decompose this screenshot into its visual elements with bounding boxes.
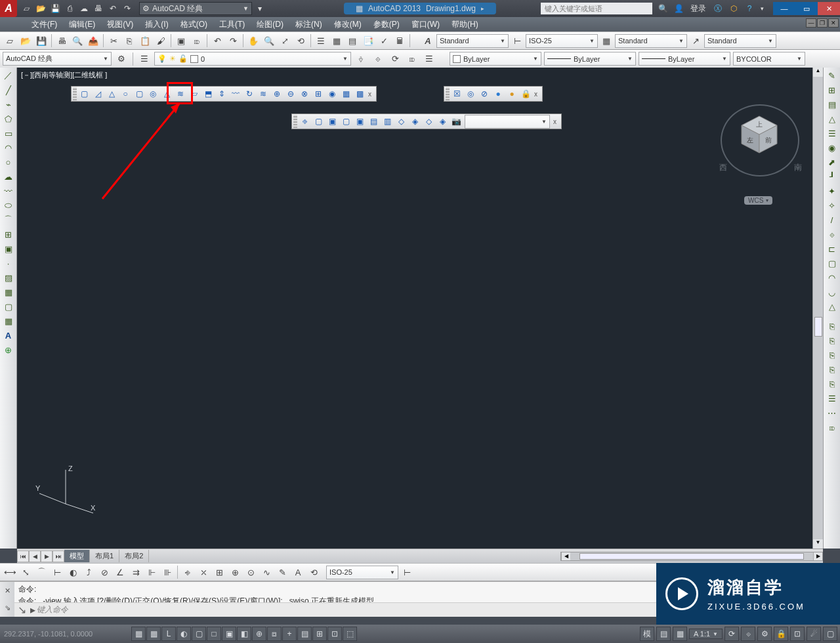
- print-icon[interactable]: 🖶: [54, 33, 69, 48]
- sc-toggle[interactable]: ⊞: [312, 627, 327, 641]
- coords-readout[interactable]: 292.2317, -10.1081, 0.0000: [0, 630, 131, 638]
- camera-icon[interactable]: 📷: [450, 115, 463, 128]
- float-toolbar-render[interactable]: ☒ ◎ ⊘ ● ● 🔒 x: [444, 86, 543, 102]
- float-toolbar-modeling[interactable]: ▢ ◿ △ ○ ▢ ◎ △ ≋ ▱ ⬒ ⇕ 〰 ↻ ≋ ⊕ ⊖ ⊗ ⊞ ◉ ▦ …: [71, 86, 377, 102]
- back-view-icon[interactable]: ▥: [381, 115, 394, 128]
- rtb3-icon[interactable]: ⎘: [826, 348, 839, 362]
- render2-icon[interactable]: ●: [505, 87, 518, 100]
- intersect-icon[interactable]: ⊗: [298, 87, 311, 100]
- close-icon[interactable]: x: [553, 118, 560, 125]
- textstyle-dropdown[interactable]: Standard▼: [436, 34, 509, 48]
- preview-icon[interactable]: 🔍: [70, 33, 85, 48]
- search-icon[interactable]: 🔍: [656, 2, 669, 15]
- dim-dia-icon[interactable]: ⊘: [97, 565, 112, 579]
- sphere-icon[interactable]: ○: [119, 87, 132, 100]
- textstyle-A-icon[interactable]: A: [421, 33, 435, 48]
- minimize-button[interactable]: —: [773, 2, 795, 15]
- centermark-icon[interactable]: ⊕: [228, 565, 242, 579]
- front-view-icon[interactable]: ▤: [367, 115, 380, 128]
- anno-vis-icon[interactable]: ⟳: [724, 627, 739, 641]
- layerstate-icon[interactable]: ☰: [422, 52, 436, 66]
- dim-arc-icon[interactable]: ⌒: [34, 565, 49, 579]
- mdi-restore[interactable]: ❐: [817, 18, 828, 28]
- rt10-icon[interactable]: ✧: [826, 199, 839, 212]
- polar-toggle[interactable]: ◐: [177, 627, 191, 641]
- rt12-icon[interactable]: ⟐: [826, 228, 839, 241]
- arc-icon[interactable]: ◠: [2, 141, 15, 154]
- anno-scale[interactable]: A 1:1▼: [689, 629, 723, 639]
- color-dropdown[interactable]: ByLayer▼: [450, 52, 541, 66]
- joglinear-icon[interactable]: ∿: [259, 565, 274, 579]
- dimtedit-icon[interactable]: A: [291, 565, 305, 579]
- rtb4-icon[interactable]: ⎘: [826, 363, 839, 376]
- ltool4-icon[interactable]: ⎄: [405, 52, 419, 66]
- float-toolbar-view[interactable]: ⎆ ▢ ▣ ▢ ▣ ▤ ▥ ◇ ◈ ◇ ◈ 📷 ▼ x: [291, 114, 562, 129]
- grip-icon[interactable]: [446, 87, 450, 100]
- save-icon[interactable]: 💾: [49, 2, 62, 15]
- workspace-dropdown[interactable]: AutoCAD 经典▼: [3, 52, 112, 66]
- linetype-dropdown[interactable]: ByLayer▼: [544, 52, 636, 66]
- layout-quick2-icon[interactable]: ▦: [673, 627, 687, 641]
- dc-icon[interactable]: ▦: [329, 33, 344, 48]
- rt16-icon[interactable]: ◡: [826, 285, 839, 299]
- tp-icon[interactable]: ▤: [345, 33, 360, 48]
- dimstyle-dropdown[interactable]: ISO-25▼: [526, 34, 598, 48]
- vc-left-label[interactable]: 左: [747, 136, 753, 144]
- copy-icon[interactable]: ⎘: [122, 33, 136, 48]
- cloud-icon[interactable]: ☁: [77, 2, 91, 15]
- menu-help[interactable]: 帮助(H): [446, 18, 484, 31]
- ducs-toggle[interactable]: ◧: [237, 627, 251, 641]
- qat-dropdown-icon[interactable]: ▾: [253, 2, 266, 15]
- rt2-icon[interactable]: ⊞: [826, 83, 839, 96]
- wedge-icon[interactable]: ◿: [91, 87, 104, 100]
- subtract-icon[interactable]: ⊖: [284, 87, 297, 100]
- mesh-op1-icon[interactable]: ▦: [339, 87, 352, 100]
- print-icon[interactable]: 🖶: [92, 2, 105, 15]
- layermgr-icon[interactable]: ☰: [137, 52, 152, 66]
- plotstyle-dropdown[interactable]: BYCOLOR▼: [733, 52, 805, 66]
- table-icon[interactable]: ▦: [2, 314, 15, 327]
- tab-first-button[interactable]: ⏮: [17, 550, 29, 562]
- view-combo[interactable]: ▼: [465, 115, 550, 129]
- rt1-icon[interactable]: ✎: [826, 69, 839, 82]
- help-icon[interactable]: ?: [743, 2, 756, 15]
- mleaderstyle-icon[interactable]: ↗: [688, 33, 703, 48]
- makeblock-icon[interactable]: ▣: [2, 242, 15, 255]
- sweep-icon[interactable]: 〰: [229, 87, 242, 100]
- menu-window[interactable]: 窗口(W): [406, 18, 445, 31]
- ellarc-icon[interactable]: ⌒: [2, 213, 15, 226]
- zoom-prev-icon[interactable]: ⟲: [293, 33, 308, 48]
- menu-insert[interactable]: 插入(I): [140, 18, 173, 31]
- save-icon[interactable]: 💾: [34, 33, 49, 48]
- dim-break-icon[interactable]: ⤫: [196, 565, 211, 579]
- dim-space-icon[interactable]: ⎆: [180, 565, 195, 579]
- grid-toggle[interactable]: ▦: [146, 627, 161, 641]
- dim-jog-icon[interactable]: ⤴: [81, 565, 96, 579]
- addsel-icon[interactable]: ⊕: [2, 343, 15, 356]
- union-icon[interactable]: ⊕: [270, 87, 284, 100]
- mesh-op2-icon[interactable]: ▩: [353, 87, 366, 100]
- zoom-win-icon[interactable]: ⤢: [278, 33, 292, 48]
- line-icon[interactable]: ／: [2, 69, 15, 82]
- vscrollbar[interactable]: ▲ ▼: [812, 68, 823, 549]
- dim-aligned-icon[interactable]: ⤡: [18, 565, 33, 579]
- rt17-icon[interactable]: △: [826, 300, 839, 313]
- rt3-icon[interactable]: ▤: [826, 98, 839, 111]
- lwt-toggle[interactable]: ⧈: [267, 627, 282, 641]
- waffle-icon[interactable]: ▦: [356, 4, 363, 13]
- rt7-icon[interactable]: ⬈: [826, 156, 839, 169]
- hide-icon[interactable]: ☒: [450, 87, 463, 100]
- nwiso-view-icon[interactable]: ◈: [436, 115, 449, 128]
- vc-top-label[interactable]: 上: [756, 121, 763, 128]
- dimstyle-icon[interactable]: ⊢: [510, 33, 524, 48]
- presspull-icon[interactable]: ⇕: [215, 87, 228, 100]
- calc-icon[interactable]: 🖩: [392, 33, 407, 48]
- ssm-icon[interactable]: 📑: [361, 33, 375, 48]
- rt11-icon[interactable]: /: [826, 213, 839, 226]
- 3dosnap-toggle[interactable]: □: [207, 627, 221, 641]
- viewport-controls[interactable]: [－][西南等轴测][二维线框 ]: [21, 70, 107, 80]
- bottom-view-icon[interactable]: ▣: [326, 115, 339, 128]
- new-icon[interactable]: ▱: [3, 33, 17, 48]
- menu-modify[interactable]: 修改(M): [329, 18, 367, 31]
- dimupdate-icon[interactable]: ⟲: [306, 565, 321, 579]
